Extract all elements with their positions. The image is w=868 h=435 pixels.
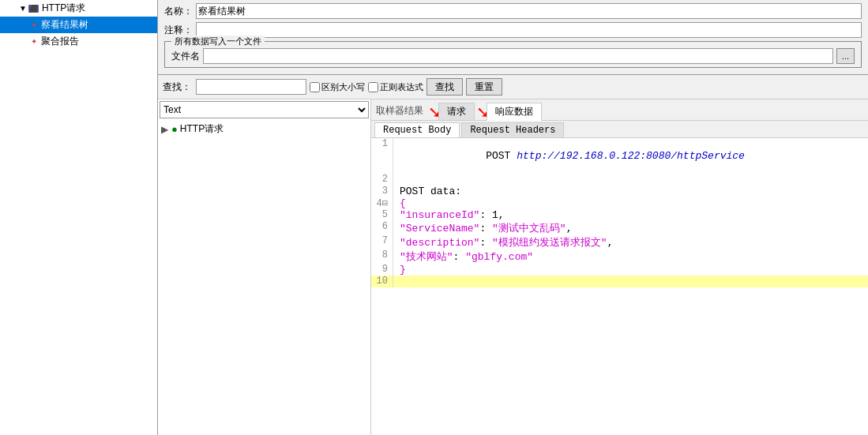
code-line-2: 2 [371,174,868,186]
group-box-label: 所有数据写入一个文件 [171,36,265,47]
comment-label: 注释： [164,24,193,37]
request-headers-tab[interactable]: Request Headers [461,122,564,137]
code-line-8: 8 "技术网站": "gblfy.com" [371,249,868,264]
node-label: HTTP请求 [180,122,224,136]
reset-button[interactable]: 重置 [466,78,502,96]
line-num-4: 4⊟ [371,197,393,209]
name-input[interactable] [196,3,862,19]
regex-checkbox[interactable] [368,82,378,92]
content-split: Text XML HTML JSON RegExp Tester ▶ ● HTT… [158,99,868,435]
code-line-10: 10 [371,276,868,287]
sidebar-item-http[interactable]: ▼ ⬛ HTTP请求 [0,0,157,17]
line-num-5: 5 [371,209,393,221]
http-icon: ⬛ [28,3,39,14]
http-request-node[interactable]: ▶ ● HTTP请求 [160,122,369,137]
result-panel: 取样器结果 ➘ 请求 ➘ 响应数据 Request Body [371,99,868,435]
result-tree-area: ▶ ● HTTP请求 [158,120,370,435]
case-sensitive-label: 区别大小写 [310,81,365,93]
request-tab[interactable]: 请求 [438,103,475,120]
line-content-1: POST http://192.168.0.122:8080/httpServi… [393,138,745,174]
response-tab[interactable]: 响应数据 [487,103,542,121]
name-label: 名称： [164,5,193,18]
sidebar-label-http: HTTP请求 [42,2,85,15]
form-area: 名称： 注释： 所有数据写入一个文件 文件名 ... [158,0,868,75]
case-sensitive-checkbox[interactable] [310,82,320,92]
node-status-icon: ● [171,123,178,135]
sampler-result-label: 取样器结果 [374,103,428,119]
regex-label: 正则表达式 [368,81,423,93]
line-num-8: 8 [371,249,393,264]
line-num-9: 9 [371,264,393,276]
search-label: 查找： [163,81,191,94]
code-line-3: 3 POST data: [371,186,868,197]
line-content-10 [393,276,406,287]
result-icon: ✦ [28,20,39,31]
aggregate-icon: ✦ [28,36,39,47]
search-bar: 查找： 区别大小写 正则表达式 查找 重置 [158,75,868,99]
line-content-4: { [393,197,406,209]
line-num-3: 3 [371,186,393,197]
code-line-5: 5 "insuranceId": 1, [371,209,868,221]
code-line-9: 9 } [371,264,868,276]
node-expand-icon: ▶ [161,124,168,135]
request-body-tab[interactable]: Request Body [374,122,460,137]
line-num-1: 1 [371,138,393,174]
result-tabs-bar: 取样器结果 ➘ 请求 ➘ 响应数据 [371,99,868,121]
code-line-6: 6 "ServiceName": "测试中文乱码", [371,221,868,235]
file-input[interactable] [203,48,833,64]
line-num-6: 6 [371,221,393,235]
search-input[interactable] [196,79,306,95]
browse-button[interactable]: ... [836,48,855,64]
code-line-7: 7 "description": "模拟纽约发送请求报文", [371,235,868,249]
line-content-7: "description": "模拟纽约发送请求报文", [393,235,613,249]
line-num-2: 2 [371,174,393,186]
sidebar-item-aggregate[interactable]: ✦ 聚合报告 [0,33,157,50]
line-num-7: 7 [371,235,393,249]
line-content-6: "ServiceName": "测试中文乱码", [393,221,572,235]
line-num-10: 10 [371,276,393,287]
line-content-5: "insuranceId": 1, [393,209,505,221]
line-content-3: POST data: [393,186,461,197]
dropdown-row: Text XML HTML JSON RegExp Tester [158,99,370,120]
file-group-box: 所有数据写入一个文件 文件名 ... [164,41,862,68]
format-dropdown[interactable]: Text XML HTML JSON RegExp Tester [160,101,369,118]
left-sidebar: ▼ ⬛ HTTP请求 ✦ 察看结果树 ✦ 聚合报告 [0,0,158,435]
code-line-4: 4⊟ { [371,197,868,209]
code-area: 1 POST http://192.168.0.122:8080/httpSer… [371,138,868,435]
sidebar-item-view-result[interactable]: ✦ 察看结果树 [0,17,157,33]
line-content-2 [393,174,406,186]
sidebar-label-view-result: 察看结果树 [41,18,88,32]
comment-input[interactable] [196,22,862,38]
right-panel: 名称： 注释： 所有数据写入一个文件 文件名 ... 查找： [158,0,868,435]
line-content-9: } [393,264,406,276]
sub-tabs-bar: Request Body Request Headers [371,121,868,138]
tree-panel: Text XML HTML JSON RegExp Tester ▶ ● HTT… [158,99,371,435]
sidebar-label-aggregate: 聚合报告 [41,35,79,48]
expand-icon-http: ▼ [19,4,27,13]
line-content-8: "技术网站": "gblfy.com" [393,249,533,264]
file-label: 文件名 [171,50,200,63]
find-button[interactable]: 查找 [426,78,463,96]
code-line-1: 1 POST http://192.168.0.122:8080/httpSer… [371,138,868,174]
